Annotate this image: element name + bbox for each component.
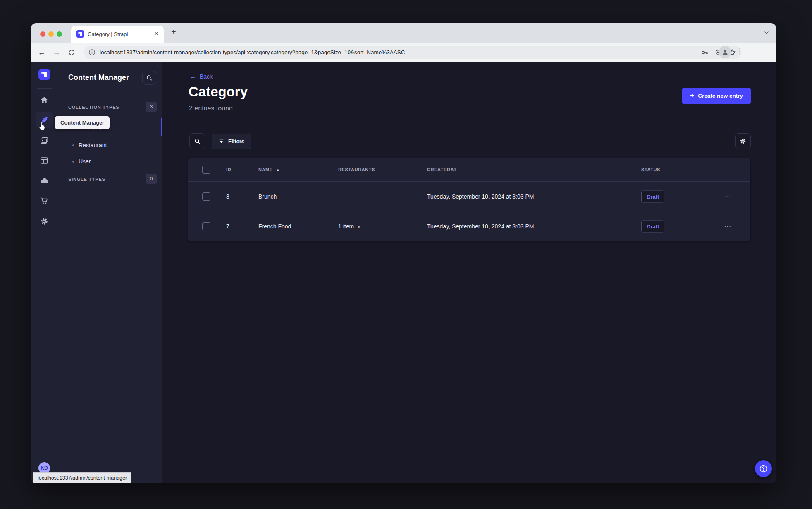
site-info-icon[interactable] — [88, 49, 96, 56]
browser-profile-avatar[interactable] — [719, 46, 731, 58]
cell-restaurants[interactable]: 1 item▼ — [338, 223, 361, 230]
browser-tab[interactable]: Category | Strapi ✕ — [71, 26, 164, 43]
collection-types-count-badge: 3 — [146, 102, 157, 112]
tab-title: Category | Strapi — [88, 31, 128, 37]
table-row[interactable]: 7 French Food 1 item▼ Tuesday, September… — [188, 211, 750, 241]
subnav-item-restaurant[interactable]: Restaurant — [57, 137, 162, 153]
home-icon[interactable] — [36, 92, 53, 108]
page-title: Category — [189, 84, 248, 100]
main-content: ← Back Category 2 entries found + Create… — [162, 62, 776, 483]
traffic-light-minimize[interactable] — [48, 31, 54, 37]
row-checkbox[interactable] — [202, 222, 210, 230]
cell-name: French Food — [258, 223, 291, 230]
media-library-icon[interactable] — [36, 132, 53, 149]
sort-asc-icon: ▲ — [276, 168, 280, 172]
browser-reload-button[interactable] — [67, 48, 76, 58]
close-tab-icon[interactable]: ✕ — [154, 30, 159, 37]
table-header-row: ID NAME▲ RESTAURANTS CREATEDAT STATUS — [188, 158, 750, 181]
collection-types-label: COLLECTION TYPES — [68, 105, 119, 110]
tab-search-chevron-icon[interactable] — [764, 30, 769, 36]
password-key-icon[interactable] — [700, 48, 709, 57]
browser-toolbar: ← → localhost:1337/admin/content-manager… — [31, 43, 776, 62]
traffic-light-close[interactable] — [40, 31, 45, 37]
view-settings-gear-button[interactable] — [735, 133, 751, 149]
browser-window: Category | Strapi ✕ + ← → localhost:1337… — [31, 23, 776, 483]
chevron-down-icon: ▼ — [357, 225, 361, 229]
cell-createdat: Tuesday, September 10, 2024 at 3:03 PM — [427, 193, 534, 200]
header-status[interactable]: STATUS — [641, 167, 660, 172]
header-id[interactable]: ID — [226, 167, 231, 172]
cursor-pointer-icon — [38, 121, 47, 131]
strapi-favicon — [76, 30, 84, 38]
filters-button[interactable]: Filters — [212, 134, 251, 149]
bullet-icon — [72, 161, 74, 163]
search-entries-button[interactable] — [189, 133, 205, 149]
content-manager-tooltip: Content Manager — [55, 116, 110, 129]
plus-icon: + — [690, 91, 695, 100]
url-text[interactable]: localhost:1337/admin/content-manager/col… — [100, 49, 405, 55]
row-checkbox[interactable] — [202, 192, 210, 201]
browser-back-button[interactable]: ← — [37, 48, 47, 58]
entries-table: ID NAME▲ RESTAURANTS CREATEDAT STATUS 8 … — [188, 158, 750, 241]
traffic-light-zoom[interactable] — [57, 31, 62, 37]
single-types-count-badge: 0 — [146, 174, 157, 184]
table-row[interactable]: 8 Brunch - Tuesday, September 10, 2024 a… — [188, 181, 750, 211]
create-new-entry-button[interactable]: + Create new entry — [682, 88, 751, 104]
link-preview-statusbar: localhost:1337/admin/content-manager — [33, 472, 131, 483]
back-arrow-icon: ← — [189, 73, 196, 80]
back-label: Back — [200, 73, 213, 80]
subnav-search-button[interactable] — [142, 71, 156, 85]
cell-createdat: Tuesday, September 10, 2024 at 3:03 PM — [427, 223, 534, 230]
settings-gear-icon[interactable] — [36, 213, 53, 230]
subnav-divider — [68, 94, 78, 94]
strapi-admin: KD Content Manager COLLECTION TYPES 3 Ca… — [31, 62, 776, 483]
select-all-checkbox[interactable] — [202, 166, 210, 174]
cell-id: 7 — [226, 223, 229, 230]
new-tab-button[interactable]: + — [171, 28, 176, 36]
cell-id: 8 — [226, 193, 229, 200]
header-restaurants[interactable]: RESTAURANTS — [338, 167, 375, 172]
active-item-indicator — [161, 118, 162, 136]
content-type-builder-icon[interactable] — [36, 152, 53, 169]
status-badge: Draft — [641, 190, 664, 202]
strapi-logo[interactable] — [38, 69, 50, 80]
header-createdat[interactable]: CREATEDAT — [427, 167, 457, 172]
cloud-icon[interactable] — [36, 172, 53, 189]
entries-count: 2 entries found — [189, 105, 233, 112]
subnav-item-user[interactable]: User — [57, 154, 162, 169]
header-name[interactable]: NAME▲ — [258, 167, 280, 172]
back-link[interactable]: ← Back — [189, 73, 213, 80]
single-types-label: SINGLE TYPES — [68, 177, 105, 182]
browser-tabstrip: Category | Strapi ✕ + — [31, 23, 776, 43]
help-button[interactable] — [755, 460, 772, 477]
url-bar[interactable]: localhost:1337/admin/content-manager/col… — [84, 46, 741, 59]
browser-forward-button: → — [52, 48, 62, 58]
cell-restaurants: - — [338, 193, 340, 200]
status-badge: Draft — [641, 220, 664, 232]
filter-funnel-icon — [218, 138, 224, 144]
cell-name: Brunch — [258, 193, 277, 200]
browser-menu-kebab-icon[interactable]: ⋮ — [736, 47, 743, 55]
row-actions-kebab-icon[interactable]: ⋯ — [724, 222, 732, 230]
rail-divider — [37, 88, 52, 89]
marketplace-cart-icon[interactable] — [36, 192, 53, 209]
bullet-icon — [72, 144, 74, 146]
subnav-title: Content Manager — [68, 73, 129, 82]
row-actions-kebab-icon[interactable]: ⋯ — [724, 192, 732, 201]
